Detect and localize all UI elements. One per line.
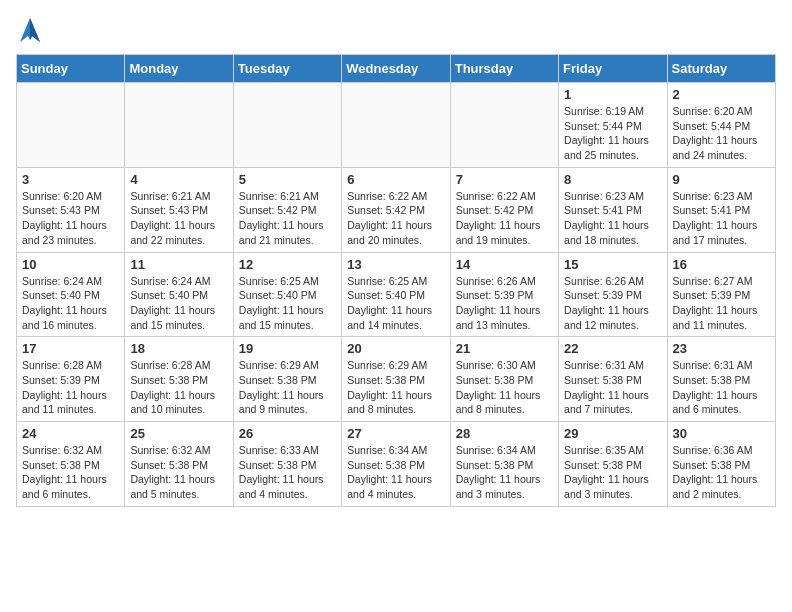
day-cell: 20Sunrise: 6:29 AM Sunset: 5:38 PM Dayli… xyxy=(342,337,450,422)
day-info: Sunrise: 6:33 AM Sunset: 5:38 PM Dayligh… xyxy=(239,443,336,502)
page-header xyxy=(16,16,776,42)
day-number: 10 xyxy=(22,257,119,272)
day-info: Sunrise: 6:26 AM Sunset: 5:39 PM Dayligh… xyxy=(564,274,661,333)
day-cell xyxy=(342,83,450,168)
day-number: 6 xyxy=(347,172,444,187)
day-info: Sunrise: 6:21 AM Sunset: 5:43 PM Dayligh… xyxy=(130,189,227,248)
day-cell xyxy=(17,83,125,168)
day-number: 29 xyxy=(564,426,661,441)
day-cell: 29Sunrise: 6:35 AM Sunset: 5:38 PM Dayli… xyxy=(559,422,667,507)
day-info: Sunrise: 6:25 AM Sunset: 5:40 PM Dayligh… xyxy=(239,274,336,333)
day-info: Sunrise: 6:22 AM Sunset: 5:42 PM Dayligh… xyxy=(347,189,444,248)
day-number: 7 xyxy=(456,172,553,187)
day-info: Sunrise: 6:29 AM Sunset: 5:38 PM Dayligh… xyxy=(239,358,336,417)
weekday-header-wednesday: Wednesday xyxy=(342,55,450,83)
day-info: Sunrise: 6:29 AM Sunset: 5:38 PM Dayligh… xyxy=(347,358,444,417)
day-cell: 11Sunrise: 6:24 AM Sunset: 5:40 PM Dayli… xyxy=(125,252,233,337)
day-cell: 27Sunrise: 6:34 AM Sunset: 5:38 PM Dayli… xyxy=(342,422,450,507)
day-cell: 24Sunrise: 6:32 AM Sunset: 5:38 PM Dayli… xyxy=(17,422,125,507)
day-number: 20 xyxy=(347,341,444,356)
day-cell: 22Sunrise: 6:31 AM Sunset: 5:38 PM Dayli… xyxy=(559,337,667,422)
day-number: 2 xyxy=(673,87,770,102)
day-number: 21 xyxy=(456,341,553,356)
day-number: 19 xyxy=(239,341,336,356)
day-info: Sunrise: 6:23 AM Sunset: 5:41 PM Dayligh… xyxy=(673,189,770,248)
day-cell: 26Sunrise: 6:33 AM Sunset: 5:38 PM Dayli… xyxy=(233,422,341,507)
week-row-2: 3Sunrise: 6:20 AM Sunset: 5:43 PM Daylig… xyxy=(17,167,776,252)
day-info: Sunrise: 6:21 AM Sunset: 5:42 PM Dayligh… xyxy=(239,189,336,248)
day-number: 8 xyxy=(564,172,661,187)
day-number: 18 xyxy=(130,341,227,356)
day-number: 30 xyxy=(673,426,770,441)
day-cell: 14Sunrise: 6:26 AM Sunset: 5:39 PM Dayli… xyxy=(450,252,558,337)
weekday-header-row: SundayMondayTuesdayWednesdayThursdayFrid… xyxy=(17,55,776,83)
day-number: 4 xyxy=(130,172,227,187)
day-cell: 18Sunrise: 6:28 AM Sunset: 5:38 PM Dayli… xyxy=(125,337,233,422)
day-cell: 10Sunrise: 6:24 AM Sunset: 5:40 PM Dayli… xyxy=(17,252,125,337)
day-info: Sunrise: 6:28 AM Sunset: 5:39 PM Dayligh… xyxy=(22,358,119,417)
day-info: Sunrise: 6:35 AM Sunset: 5:38 PM Dayligh… xyxy=(564,443,661,502)
day-info: Sunrise: 6:32 AM Sunset: 5:38 PM Dayligh… xyxy=(22,443,119,502)
week-row-3: 10Sunrise: 6:24 AM Sunset: 5:40 PM Dayli… xyxy=(17,252,776,337)
day-info: Sunrise: 6:30 AM Sunset: 5:38 PM Dayligh… xyxy=(456,358,553,417)
day-number: 24 xyxy=(22,426,119,441)
day-number: 3 xyxy=(22,172,119,187)
day-cell: 16Sunrise: 6:27 AM Sunset: 5:39 PM Dayli… xyxy=(667,252,775,337)
day-number: 27 xyxy=(347,426,444,441)
day-info: Sunrise: 6:24 AM Sunset: 5:40 PM Dayligh… xyxy=(130,274,227,333)
day-info: Sunrise: 6:23 AM Sunset: 5:41 PM Dayligh… xyxy=(564,189,661,248)
day-cell: 30Sunrise: 6:36 AM Sunset: 5:38 PM Dayli… xyxy=(667,422,775,507)
day-info: Sunrise: 6:28 AM Sunset: 5:38 PM Dayligh… xyxy=(130,358,227,417)
day-info: Sunrise: 6:20 AM Sunset: 5:44 PM Dayligh… xyxy=(673,104,770,163)
svg-marker-1 xyxy=(30,18,40,42)
weekday-header-friday: Friday xyxy=(559,55,667,83)
day-cell: 1Sunrise: 6:19 AM Sunset: 5:44 PM Daylig… xyxy=(559,83,667,168)
day-cell: 21Sunrise: 6:30 AM Sunset: 5:38 PM Dayli… xyxy=(450,337,558,422)
day-cell: 2Sunrise: 6:20 AM Sunset: 5:44 PM Daylig… xyxy=(667,83,775,168)
week-row-1: 1Sunrise: 6:19 AM Sunset: 5:44 PM Daylig… xyxy=(17,83,776,168)
day-cell: 25Sunrise: 6:32 AM Sunset: 5:38 PM Dayli… xyxy=(125,422,233,507)
day-number: 22 xyxy=(564,341,661,356)
day-number: 25 xyxy=(130,426,227,441)
day-info: Sunrise: 6:32 AM Sunset: 5:38 PM Dayligh… xyxy=(130,443,227,502)
day-cell: 9Sunrise: 6:23 AM Sunset: 5:41 PM Daylig… xyxy=(667,167,775,252)
day-cell: 6Sunrise: 6:22 AM Sunset: 5:42 PM Daylig… xyxy=(342,167,450,252)
day-info: Sunrise: 6:31 AM Sunset: 5:38 PM Dayligh… xyxy=(673,358,770,417)
day-info: Sunrise: 6:24 AM Sunset: 5:40 PM Dayligh… xyxy=(22,274,119,333)
logo-icon xyxy=(18,14,42,42)
weekday-header-monday: Monday xyxy=(125,55,233,83)
day-cell: 4Sunrise: 6:21 AM Sunset: 5:43 PM Daylig… xyxy=(125,167,233,252)
day-info: Sunrise: 6:27 AM Sunset: 5:39 PM Dayligh… xyxy=(673,274,770,333)
weekday-header-saturday: Saturday xyxy=(667,55,775,83)
calendar: SundayMondayTuesdayWednesdayThursdayFrid… xyxy=(16,54,776,507)
day-number: 16 xyxy=(673,257,770,272)
week-row-4: 17Sunrise: 6:28 AM Sunset: 5:39 PM Dayli… xyxy=(17,337,776,422)
day-info: Sunrise: 6:19 AM Sunset: 5:44 PM Dayligh… xyxy=(564,104,661,163)
day-cell: 23Sunrise: 6:31 AM Sunset: 5:38 PM Dayli… xyxy=(667,337,775,422)
day-number: 12 xyxy=(239,257,336,272)
day-cell: 17Sunrise: 6:28 AM Sunset: 5:39 PM Dayli… xyxy=(17,337,125,422)
day-info: Sunrise: 6:34 AM Sunset: 5:38 PM Dayligh… xyxy=(456,443,553,502)
day-cell: 12Sunrise: 6:25 AM Sunset: 5:40 PM Dayli… xyxy=(233,252,341,337)
day-cell xyxy=(233,83,341,168)
day-info: Sunrise: 6:26 AM Sunset: 5:39 PM Dayligh… xyxy=(456,274,553,333)
day-cell: 7Sunrise: 6:22 AM Sunset: 5:42 PM Daylig… xyxy=(450,167,558,252)
week-row-5: 24Sunrise: 6:32 AM Sunset: 5:38 PM Dayli… xyxy=(17,422,776,507)
day-number: 17 xyxy=(22,341,119,356)
day-cell: 3Sunrise: 6:20 AM Sunset: 5:43 PM Daylig… xyxy=(17,167,125,252)
weekday-header-sunday: Sunday xyxy=(17,55,125,83)
day-number: 15 xyxy=(564,257,661,272)
day-cell: 8Sunrise: 6:23 AM Sunset: 5:41 PM Daylig… xyxy=(559,167,667,252)
day-info: Sunrise: 6:34 AM Sunset: 5:38 PM Dayligh… xyxy=(347,443,444,502)
day-number: 5 xyxy=(239,172,336,187)
day-info: Sunrise: 6:20 AM Sunset: 5:43 PM Dayligh… xyxy=(22,189,119,248)
day-cell xyxy=(450,83,558,168)
day-cell: 28Sunrise: 6:34 AM Sunset: 5:38 PM Dayli… xyxy=(450,422,558,507)
day-cell: 13Sunrise: 6:25 AM Sunset: 5:40 PM Dayli… xyxy=(342,252,450,337)
day-info: Sunrise: 6:31 AM Sunset: 5:38 PM Dayligh… xyxy=(564,358,661,417)
day-number: 14 xyxy=(456,257,553,272)
day-info: Sunrise: 6:22 AM Sunset: 5:42 PM Dayligh… xyxy=(456,189,553,248)
weekday-header-tuesday: Tuesday xyxy=(233,55,341,83)
day-cell xyxy=(125,83,233,168)
day-number: 28 xyxy=(456,426,553,441)
